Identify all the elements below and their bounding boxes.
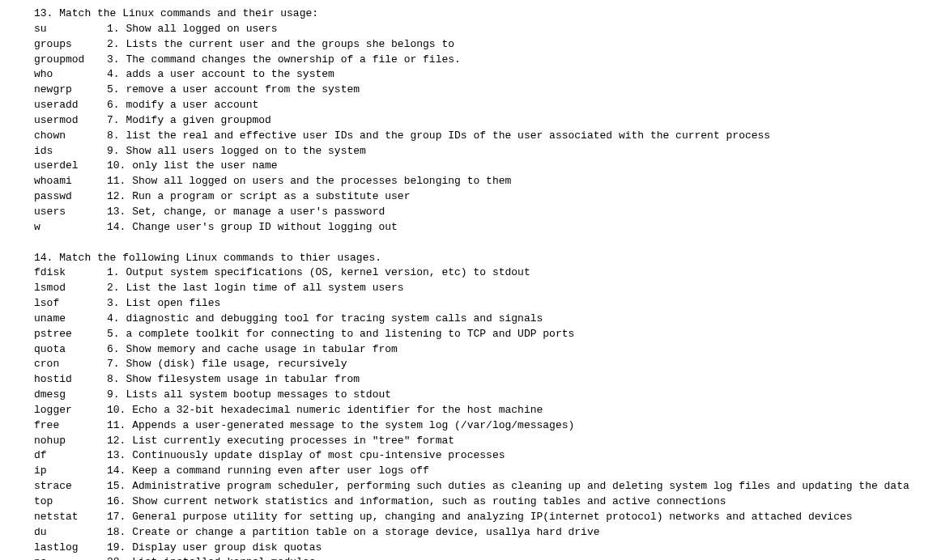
q14-row: logger10. Echo a 32-bit hexadecimal nume… [34, 403, 937, 418]
command-name: su [34, 22, 107, 37]
command-description: 10. Echo a 32-bit hexadecimal numeric id… [107, 404, 543, 416]
q14-row: nohup12. List currently executing proces… [34, 434, 937, 449]
command-name: ip [34, 464, 107, 479]
q14-row: uname4. diagnostic and debugging tool fo… [34, 312, 937, 327]
command-name: dmesg [34, 388, 107, 403]
command-description: 3. List open files [107, 297, 220, 309]
command-name: lsof [34, 296, 107, 312]
command-name: netstat [34, 510, 107, 525]
q14-row: netstat17. General purpose utility for s… [34, 510, 937, 525]
command-description: 3. The command changes the ownership of … [107, 53, 461, 66]
q14-row: nc20. List installed kernel modules [34, 555, 937, 560]
question-13: 13. Match the Linux commands and their u… [34, 6, 937, 235]
command-name: useradd [34, 98, 107, 113]
question-13-rows: su1. Show all logged on usersgroups2. Li… [34, 22, 937, 235]
command-description: 11. Appends a user-generated message to … [107, 419, 574, 431]
q14-row: du18. Create or change a partition table… [34, 525, 937, 541]
command-description: 4. adds a user account to the system [107, 68, 334, 80]
q14-row: top16. Show current network statistics a… [34, 494, 937, 510]
q14-row: strace15. Administrative program schedul… [34, 479, 937, 494]
command-name: uname [34, 312, 107, 327]
command-description: 2. Lists the current user and the groups… [107, 38, 454, 50]
command-description: 7. Modify a given groupmod [107, 114, 271, 126]
command-description: 16. Show current network statistics and … [107, 495, 726, 507]
command-name: hostid [34, 372, 107, 388]
command-name: w [34, 220, 107, 235]
command-description: 14. Change user's group ID without loggi… [107, 221, 398, 233]
command-description: 15. Administrative program scheduler, pe… [107, 480, 909, 492]
command-description: 8. Show filesystem usage in tabular from [107, 373, 360, 385]
command-description: 12. List currently executing processes i… [107, 435, 454, 447]
q14-row: df13. Continuously update display of mos… [34, 448, 937, 464]
q13-row: newgrp5. remove a user account from the … [34, 83, 937, 98]
command-name: cron [34, 357, 107, 372]
command-name: quota [34, 342, 107, 358]
q13-row: w14. Change user's group ID without logg… [34, 220, 937, 235]
q14-row: lsmod2. List the last login time of all … [34, 281, 937, 296]
command-description: 14. Keep a command running even after us… [107, 465, 429, 477]
q13-row: groupmod3. The command changes the owner… [34, 53, 937, 68]
q14-row: lsof3. List open files [34, 296, 937, 312]
q13-row: ids9. Show all users logged on to the sy… [34, 144, 937, 159]
command-description: 18. Create or change a partition table o… [107, 526, 600, 538]
command-name: usermod [34, 113, 107, 129]
q13-row: passwd12. Run a program or script as a s… [34, 189, 937, 205]
command-name: df [34, 448, 107, 464]
section-gap [34, 235, 937, 251]
command-name: groups [34, 37, 107, 53]
q14-row: cron7. Show (disk) file usage, recursive… [34, 357, 937, 372]
command-name: who [34, 67, 107, 83]
command-name: groupmod [34, 53, 107, 68]
command-description: 6. modify a user account [107, 99, 258, 111]
command-description: 5. a complete toolkit for connecting to … [107, 328, 574, 340]
q14-row: fdisk1. Output system specifications (OS… [34, 265, 937, 281]
question-13-title: 13. Match the Linux commands and their u… [34, 6, 937, 22]
q14-row: lastlog19. Display user group disk quota… [34, 541, 937, 556]
q13-row: who4. adds a user account to the system [34, 67, 937, 83]
command-name: passwd [34, 189, 107, 205]
q13-row: useradd6. modify a user account [34, 98, 937, 113]
command-name: nc [34, 555, 107, 560]
q13-row: groups2. Lists the current user and the … [34, 37, 937, 53]
command-description: 17. General purpose utility for setting … [107, 511, 853, 523]
command-name: nohup [34, 434, 107, 449]
command-description: 6. Show memory and cache usage in tabula… [107, 343, 398, 355]
q14-row: quota6. Show memory and cache usage in t… [34, 342, 937, 358]
q14-row: pstree5. a complete toolkit for connecti… [34, 327, 937, 342]
q14-row: free11. Appends a user-generated message… [34, 418, 937, 434]
command-name: fdisk [34, 265, 107, 281]
command-description: 9. Lists all system bootup messages to s… [107, 388, 391, 401]
command-description: 13. Continuously update display of most … [107, 449, 505, 461]
q13-row: usermod7. Modify a given groupmod [34, 113, 937, 129]
question-14: 14. Match the following Linux commands t… [34, 251, 937, 561]
q14-row: ip14. Keep a command running even after … [34, 464, 937, 479]
command-name: du [34, 525, 107, 541]
command-description: 9. Show all users logged on to the syste… [107, 145, 366, 157]
command-name: logger [34, 403, 107, 418]
command-description: 7. Show (disk) file usage, recursively [107, 358, 347, 370]
command-name: chown [34, 129, 107, 144]
q13-row: userdel10. only list the user name [34, 159, 937, 174]
command-description: 19. Display user group disk quotas [107, 541, 322, 554]
command-name: newgrp [34, 83, 107, 98]
q13-row: su1. Show all logged on users [34, 22, 937, 37]
command-description: 5. remove a user account from the system [107, 83, 360, 95]
q14-row: dmesg9. Lists all system bootup messages… [34, 388, 937, 403]
command-description: 1. Show all logged on users [107, 23, 278, 35]
command-description: 20. List installed kernel modules [107, 556, 315, 560]
q13-row: chown8. list the real and effective user… [34, 129, 937, 144]
question-14-title: 14. Match the following Linux commands t… [34, 251, 937, 266]
command-description: 2. List the last login time of all syste… [107, 282, 404, 294]
command-name: users [34, 205, 107, 220]
command-description: 13. Set, change, or manage a user's pass… [107, 206, 385, 218]
command-description: 11. Show all logged on users and the pro… [107, 175, 511, 187]
command-name: ids [34, 144, 107, 159]
q13-row: whoami11. Show all logged on users and t… [34, 174, 937, 189]
command-name: lsmod [34, 281, 107, 296]
command-name: whoami [34, 174, 107, 189]
q13-row: users13. Set, change, or manage a user's… [34, 205, 937, 220]
command-description: 4. diagnostic and debugging tool for tra… [107, 312, 543, 325]
command-description: 1. Output system specifications (OS, ker… [107, 266, 530, 278]
command-name: free [34, 418, 107, 434]
command-name: pstree [34, 327, 107, 342]
